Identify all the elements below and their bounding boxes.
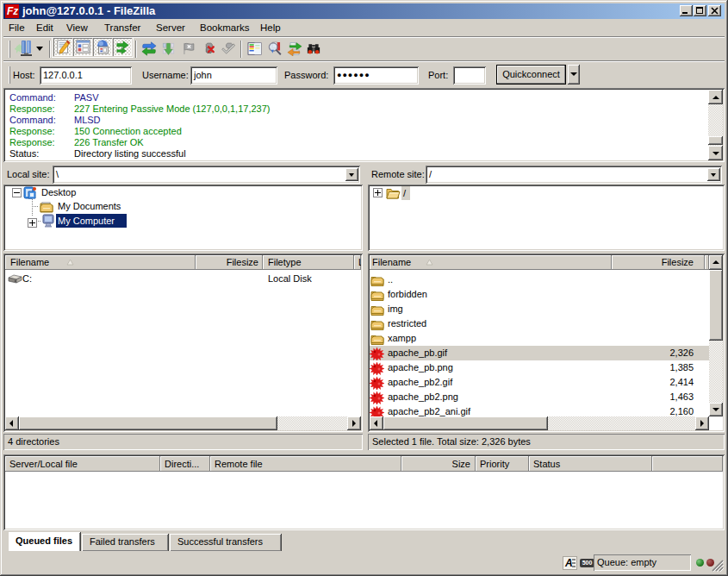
svg-text:Fz: Fz [7,5,18,17]
